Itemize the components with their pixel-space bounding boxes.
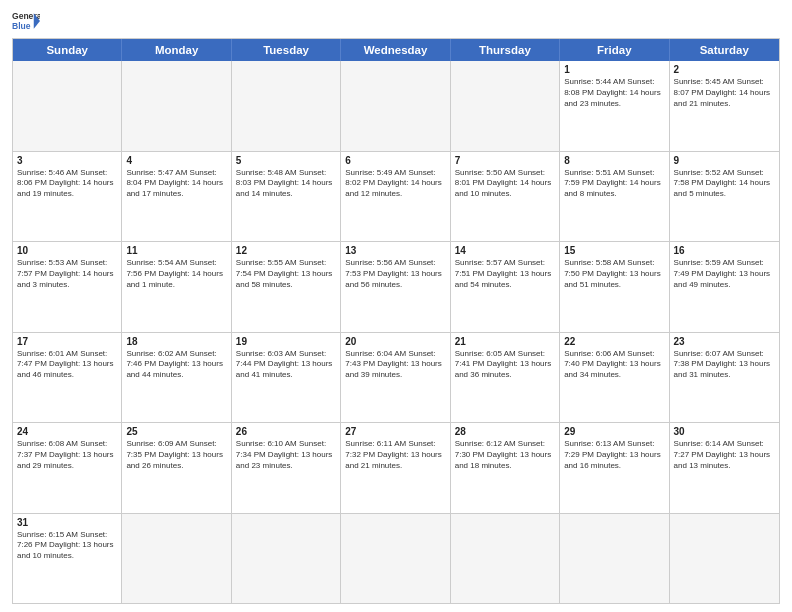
calendar-cell: 14Sunrise: 5:57 AM Sunset: 7:51 PM Dayli… (451, 242, 560, 332)
logo: General Blue (12, 10, 40, 32)
calendar-cell: 3Sunrise: 5:46 AM Sunset: 8:06 PM Daylig… (13, 152, 122, 242)
day-number: 4 (126, 155, 226, 166)
calendar-cell: 19Sunrise: 6:03 AM Sunset: 7:44 PM Dayli… (232, 333, 341, 423)
cell-daylight-info: Sunrise: 6:13 AM Sunset: 7:29 PM Dayligh… (564, 439, 664, 471)
cell-daylight-info: Sunrise: 6:07 AM Sunset: 7:38 PM Dayligh… (674, 349, 775, 381)
calendar-week-4: 24Sunrise: 6:08 AM Sunset: 7:37 PM Dayli… (13, 422, 779, 513)
cell-daylight-info: Sunrise: 6:04 AM Sunset: 7:43 PM Dayligh… (345, 349, 445, 381)
day-number: 13 (345, 245, 445, 256)
calendar-cell: 2Sunrise: 5:45 AM Sunset: 8:07 PM Daylig… (670, 61, 779, 151)
cell-daylight-info: Sunrise: 5:58 AM Sunset: 7:50 PM Dayligh… (564, 258, 664, 290)
day-number: 11 (126, 245, 226, 256)
calendar-cell (341, 61, 450, 151)
cell-daylight-info: Sunrise: 5:53 AM Sunset: 7:57 PM Dayligh… (17, 258, 117, 290)
calendar-cell: 18Sunrise: 6:02 AM Sunset: 7:46 PM Dayli… (122, 333, 231, 423)
cell-daylight-info: Sunrise: 6:12 AM Sunset: 7:30 PM Dayligh… (455, 439, 555, 471)
day-number: 12 (236, 245, 336, 256)
day-number: 21 (455, 336, 555, 347)
day-number: 2 (674, 64, 775, 75)
calendar-week-5: 31Sunrise: 6:15 AM Sunset: 7:26 PM Dayli… (13, 513, 779, 604)
cell-daylight-info: Sunrise: 6:11 AM Sunset: 7:32 PM Dayligh… (345, 439, 445, 471)
day-number: 10 (17, 245, 117, 256)
cell-daylight-info: Sunrise: 5:45 AM Sunset: 8:07 PM Dayligh… (674, 77, 775, 109)
cell-daylight-info: Sunrise: 5:50 AM Sunset: 8:01 PM Dayligh… (455, 168, 555, 200)
cell-daylight-info: Sunrise: 5:49 AM Sunset: 8:02 PM Dayligh… (345, 168, 445, 200)
day-number: 22 (564, 336, 664, 347)
svg-text:Blue: Blue (12, 21, 31, 31)
cell-daylight-info: Sunrise: 5:47 AM Sunset: 8:04 PM Dayligh… (126, 168, 226, 200)
day-number: 5 (236, 155, 336, 166)
generalblue-logo-icon: General Blue (12, 10, 40, 32)
day-number: 31 (17, 517, 117, 528)
calendar-cell (341, 514, 450, 604)
calendar-cell (122, 61, 231, 151)
calendar-cell: 9Sunrise: 5:52 AM Sunset: 7:58 PM Daylig… (670, 152, 779, 242)
day-number: 19 (236, 336, 336, 347)
calendar-cell: 29Sunrise: 6:13 AM Sunset: 7:29 PM Dayli… (560, 423, 669, 513)
cell-daylight-info: Sunrise: 6:14 AM Sunset: 7:27 PM Dayligh… (674, 439, 775, 471)
calendar-cell: 26Sunrise: 6:10 AM Sunset: 7:34 PM Dayli… (232, 423, 341, 513)
day-number: 27 (345, 426, 445, 437)
calendar-cell: 15Sunrise: 5:58 AM Sunset: 7:50 PM Dayli… (560, 242, 669, 332)
cell-daylight-info: Sunrise: 6:10 AM Sunset: 7:34 PM Dayligh… (236, 439, 336, 471)
calendar-cell: 23Sunrise: 6:07 AM Sunset: 7:38 PM Dayli… (670, 333, 779, 423)
calendar-cell: 1Sunrise: 5:44 AM Sunset: 8:08 PM Daylig… (560, 61, 669, 151)
calendar-cell: 17Sunrise: 6:01 AM Sunset: 7:47 PM Dayli… (13, 333, 122, 423)
calendar-cell: 21Sunrise: 6:05 AM Sunset: 7:41 PM Dayli… (451, 333, 560, 423)
day-number: 28 (455, 426, 555, 437)
calendar-cell (122, 514, 231, 604)
calendar-cell (232, 514, 341, 604)
day-number: 1 (564, 64, 664, 75)
day-number: 18 (126, 336, 226, 347)
day-number: 15 (564, 245, 664, 256)
calendar-cell: 25Sunrise: 6:09 AM Sunset: 7:35 PM Dayli… (122, 423, 231, 513)
calendar-cell: 31Sunrise: 6:15 AM Sunset: 7:26 PM Dayli… (13, 514, 122, 604)
day-header-monday: Monday (122, 39, 231, 61)
day-number: 14 (455, 245, 555, 256)
calendar-week-2: 10Sunrise: 5:53 AM Sunset: 7:57 PM Dayli… (13, 241, 779, 332)
calendar-cell: 28Sunrise: 6:12 AM Sunset: 7:30 PM Dayli… (451, 423, 560, 513)
cell-daylight-info: Sunrise: 6:03 AM Sunset: 7:44 PM Dayligh… (236, 349, 336, 381)
calendar-cell (451, 61, 560, 151)
calendar-week-0: 1Sunrise: 5:44 AM Sunset: 8:08 PM Daylig… (13, 61, 779, 151)
cell-daylight-info: Sunrise: 5:57 AM Sunset: 7:51 PM Dayligh… (455, 258, 555, 290)
cell-daylight-info: Sunrise: 6:15 AM Sunset: 7:26 PM Dayligh… (17, 530, 117, 562)
day-header-friday: Friday (560, 39, 669, 61)
calendar-body: 1Sunrise: 5:44 AM Sunset: 8:08 PM Daylig… (13, 61, 779, 603)
calendar-header-row: SundayMondayTuesdayWednesdayThursdayFrid… (13, 39, 779, 61)
page-header: General Blue (12, 10, 780, 32)
calendar-cell (13, 61, 122, 151)
day-number: 25 (126, 426, 226, 437)
calendar-cell: 13Sunrise: 5:56 AM Sunset: 7:53 PM Dayli… (341, 242, 450, 332)
calendar-cell: 12Sunrise: 5:55 AM Sunset: 7:54 PM Dayli… (232, 242, 341, 332)
calendar-week-3: 17Sunrise: 6:01 AM Sunset: 7:47 PM Dayli… (13, 332, 779, 423)
calendar-cell: 24Sunrise: 6:08 AM Sunset: 7:37 PM Dayli… (13, 423, 122, 513)
day-header-thursday: Thursday (451, 39, 560, 61)
day-number: 20 (345, 336, 445, 347)
calendar-cell: 6Sunrise: 5:49 AM Sunset: 8:02 PM Daylig… (341, 152, 450, 242)
cell-daylight-info: Sunrise: 5:52 AM Sunset: 7:58 PM Dayligh… (674, 168, 775, 200)
cell-daylight-info: Sunrise: 6:06 AM Sunset: 7:40 PM Dayligh… (564, 349, 664, 381)
calendar-cell: 22Sunrise: 6:06 AM Sunset: 7:40 PM Dayli… (560, 333, 669, 423)
calendar-cell: 10Sunrise: 5:53 AM Sunset: 7:57 PM Dayli… (13, 242, 122, 332)
calendar-cell: 4Sunrise: 5:47 AM Sunset: 8:04 PM Daylig… (122, 152, 231, 242)
day-header-tuesday: Tuesday (232, 39, 341, 61)
day-number: 17 (17, 336, 117, 347)
day-number: 3 (17, 155, 117, 166)
day-number: 16 (674, 245, 775, 256)
day-number: 24 (17, 426, 117, 437)
calendar-cell: 11Sunrise: 5:54 AM Sunset: 7:56 PM Dayli… (122, 242, 231, 332)
day-number: 23 (674, 336, 775, 347)
calendar-cell (560, 514, 669, 604)
cell-daylight-info: Sunrise: 5:59 AM Sunset: 7:49 PM Dayligh… (674, 258, 775, 290)
calendar-week-1: 3Sunrise: 5:46 AM Sunset: 8:06 PM Daylig… (13, 151, 779, 242)
cell-daylight-info: Sunrise: 5:56 AM Sunset: 7:53 PM Dayligh… (345, 258, 445, 290)
cell-daylight-info: Sunrise: 5:51 AM Sunset: 7:59 PM Dayligh… (564, 168, 664, 200)
cell-daylight-info: Sunrise: 6:05 AM Sunset: 7:41 PM Dayligh… (455, 349, 555, 381)
calendar-cell (451, 514, 560, 604)
day-header-saturday: Saturday (670, 39, 779, 61)
day-number: 29 (564, 426, 664, 437)
day-number: 7 (455, 155, 555, 166)
cell-daylight-info: Sunrise: 5:48 AM Sunset: 8:03 PM Dayligh… (236, 168, 336, 200)
cell-daylight-info: Sunrise: 5:46 AM Sunset: 8:06 PM Dayligh… (17, 168, 117, 200)
